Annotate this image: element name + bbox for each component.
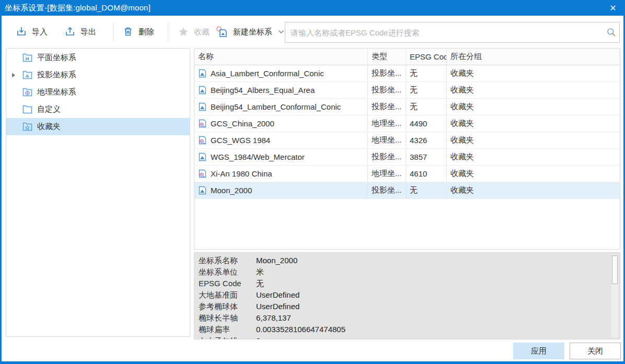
crs-category-tree: 平面坐标系 投影坐标系 地理坐标系 自定义 [6,48,190,337]
table-row[interactable]: Beijing54_Lambert_Conformal_Conic 投影坐...… [194,99,620,115]
projected-crs-icon [198,152,207,161]
detail-row: 椭球扁率 0.0033528106647474805 [199,324,620,335]
projected-crs-icon [198,102,207,111]
crs-name: Moon_2000 [211,186,252,195]
crs-type: 投影坐... [368,182,406,198]
details-scrollbar[interactable] [611,254,618,337]
detail-value: 0 [256,335,260,339]
geographic-crs-icon [198,169,207,178]
detail-value: 0.0033528106647474805 [256,324,345,335]
detail-value: UserDefined [256,289,299,301]
table-row-selected[interactable]: Moon_2000 投影坐... 无 收藏夹 [194,182,620,199]
crs-name: Beijing54_Albers_Equal_Area [211,86,315,95]
star-icon [178,26,189,38]
search-icon[interactable] [604,27,619,38]
detail-value: 米 [256,266,264,278]
planar-folder-icon [22,53,32,62]
column-header-name[interactable]: 名称 [194,49,368,65]
chevron-down-icon [278,30,284,34]
close-button[interactable]: 关闭 [570,343,621,359]
crs-type: 地理坐... [368,115,406,132]
crs-type: 投影坐... [368,149,406,165]
custom-folder-icon [22,105,32,114]
detail-value: UserDefined [256,301,299,312]
crs-name: GCS_China_2000 [211,119,274,128]
column-header-type[interactable]: 类型 [368,49,406,65]
new-crs-label: 新建坐标系 [233,27,272,37]
crs-epsg: 无 [406,182,447,198]
import-icon [16,26,27,38]
detail-row: 大地基准面 UserDefined [199,289,620,301]
detail-row: 坐标系单位 米 [199,266,620,278]
detail-row: 参考椭球体 UserDefined [199,301,620,312]
crs-group: 收藏夹 [447,182,620,198]
crs-name: WGS_1984/Web_Mercator [211,152,305,161]
close-icon[interactable]: ✕ [601,0,625,16]
crs-epsg: 4326 [406,132,447,148]
crs-name: GCS_WGS 1984 [211,136,270,145]
new-crs-icon [216,26,228,38]
detail-value: Moon_2000 [256,255,297,266]
detail-row: 坐标系名称 Moon_2000 [199,255,620,266]
crs-epsg: 4490 [406,115,447,132]
sidebar-item-planar[interactable]: 平面坐标系 [6,49,190,66]
projected-crs-icon [198,186,207,195]
toolbar-separator [113,22,113,41]
sidebar-item-label: 自定义 [37,104,61,114]
favorite-button[interactable]: 收藏 [178,21,210,43]
table-row[interactable]: GCS_China_2000 地理坐... 4490 收藏夹 [194,115,620,132]
projected-crs-icon [198,86,207,95]
detail-row: 中央子午线 0 [199,335,620,339]
delete-icon [122,26,134,38]
crs-epsg: 无 [406,65,447,81]
detail-row: EPSG Code 无 [199,278,620,289]
sidebar-item-custom[interactable]: 自定义 [6,101,190,118]
table-row[interactable]: Xi-An 1980 China 地理坐... 4610 收藏夹 [194,166,620,182]
table-row[interactable]: Beijing54_Albers_Equal_Area 投影坐... 无 收藏夹 [194,82,620,99]
sidebar-item-geographic[interactable]: 地理坐标系 [6,84,190,101]
sidebar-item-favorites[interactable]: 收藏夹 [6,118,190,135]
crs-group: 收藏夹 [447,65,620,81]
sidebar-item-label: 投影坐标系 [37,70,76,80]
export-button[interactable]: 导出 [64,21,96,43]
crs-name: Beijing54_Lambert_Conformal_Conic [211,102,341,111]
table-row[interactable]: WGS_1984/Web_Mercator 投影坐... 3857 收藏夹 [194,149,620,166]
table-row[interactable]: Asia_Lambert_Conformal_Conic 投影坐... 无 收藏… [194,65,620,82]
crs-epsg: 无 [406,82,447,98]
column-header-group[interactable]: 所在分组 [447,49,620,65]
scrollbar-thumb[interactable] [612,255,618,284]
crs-name: Asia_Lambert_Conformal_Conic [211,69,324,78]
dialog-title: 坐标系设置-[数据集:global_DOM@moon] [0,3,151,13]
import-label: 导入 [32,27,48,37]
crs-type: 投影坐... [368,65,406,81]
new-crs-button[interactable]: 新建坐标系 [216,21,284,43]
detail-label: 坐标系名称 [199,255,256,266]
detail-row: 椭球长半轴 6,378,137 [199,312,620,324]
detail-label: 坐标系单位 [199,266,256,278]
export-label: 导出 [80,27,96,37]
search-input[interactable] [285,22,604,42]
projected-crs-icon [198,69,207,78]
sidebar-item-label: 地理坐标系 [37,87,76,97]
import-button[interactable]: 导入 [16,21,48,43]
apply-button[interactable]: 应用 [513,343,564,359]
toolbar: 导入 导出 删除 收藏 [2,16,623,48]
favorite-label: 收藏 [194,27,210,37]
crs-epsg: 4610 [406,166,447,182]
detail-value: 6,378,137 [256,312,291,324]
favorites-folder-icon [22,122,32,131]
expand-arrow-icon[interactable] [11,73,16,78]
crs-name: Xi-An 1980 China [211,169,272,178]
delete-button[interactable]: 删除 [122,21,154,43]
geographic-folder-icon [22,88,32,97]
crs-group: 收藏夹 [447,99,620,115]
geographic-crs-icon [198,119,207,128]
column-header-epsg[interactable]: EPSG Code [406,49,447,65]
title-bar: 坐标系设置-[数据集:global_DOM@moon] ✕ [0,0,625,16]
detail-label: EPSG Code [199,278,256,289]
detail-label: 椭球扁率 [199,324,256,335]
crs-type: 地理坐... [368,132,406,148]
table-row[interactable]: GCS_WGS 1984 地理坐... 4326 收藏夹 [194,132,620,149]
crs-epsg: 3857 [406,149,447,165]
sidebar-item-projected[interactable]: 投影坐标系 [6,66,190,84]
